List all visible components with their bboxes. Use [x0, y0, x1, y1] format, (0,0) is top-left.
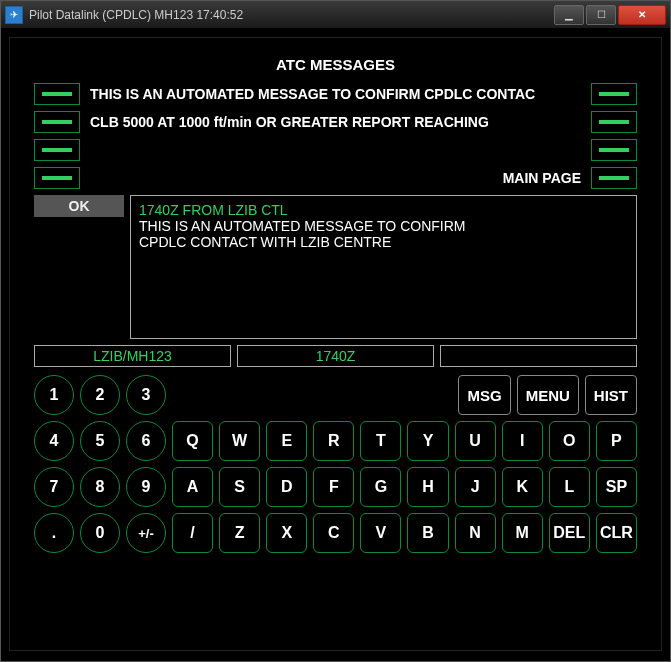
key-5[interactable]: 5 [80, 421, 120, 461]
key-s[interactable]: S [219, 467, 260, 507]
key-p[interactable]: P [596, 421, 637, 461]
minimize-button[interactable]: ▁ [554, 5, 584, 25]
titlebar: ✈ Pilot Datalink (CPDLC) MH123 17:40:52 … [1, 1, 670, 29]
key-sp[interactable]: SP [596, 467, 637, 507]
key-plusminus[interactable]: +/- [126, 513, 166, 553]
lsk-row-1: THIS IS AN AUTOMATED MESSAGE TO CONFIRM … [34, 83, 637, 105]
key-w[interactable]: W [219, 421, 260, 461]
lsk-l1[interactable] [34, 83, 80, 105]
ok-button[interactable]: OK [34, 195, 124, 217]
keyboard-top-row: 1 2 3 MSG MENU HIST [34, 375, 637, 415]
menu-button[interactable]: MENU [517, 375, 579, 415]
key-e[interactable]: E [266, 421, 307, 461]
key-3[interactable]: 3 [126, 375, 166, 415]
message-body: 1740Z FROM LZIB CTL THIS IS AN AUTOMATED… [130, 195, 637, 339]
key-m[interactable]: M [502, 513, 543, 553]
message-detail-row: OK 1740Z FROM LZIB CTL THIS IS AN AUTOMA… [34, 195, 637, 339]
message-header: 1740Z FROM LZIB CTL [139, 202, 628, 218]
main-panel: ATC MESSAGES THIS IS AN AUTOMATED MESSAG… [9, 37, 662, 651]
key-g[interactable]: G [360, 467, 401, 507]
lsk-l3[interactable] [34, 139, 80, 161]
key-4[interactable]: 4 [34, 421, 74, 461]
key-r[interactable]: R [313, 421, 354, 461]
key-t[interactable]: T [360, 421, 401, 461]
key-d[interactable]: D [266, 467, 307, 507]
lsk-l2[interactable] [34, 111, 80, 133]
lsk-row-4: MAIN PAGE [34, 167, 637, 189]
keyboard-row-3: 7 8 9 A S D F G H J K L SP [34, 467, 637, 507]
lsk-row-2: CLB 5000 AT 1000 ft/min OR GREATER REPOR… [34, 111, 637, 133]
lsk-r3[interactable] [591, 139, 637, 161]
key-6[interactable]: 6 [126, 421, 166, 461]
page-title: ATC MESSAGES [34, 56, 637, 73]
key-dot[interactable]: . [34, 513, 74, 553]
key-o[interactable]: O [549, 421, 590, 461]
app-icon: ✈ [5, 6, 23, 24]
key-y[interactable]: Y [407, 421, 448, 461]
key-b[interactable]: B [407, 513, 448, 553]
key-a[interactable]: A [172, 467, 213, 507]
status-row: LZIB/MH123 1740Z [34, 345, 637, 367]
lsk-r2[interactable] [591, 111, 637, 133]
message-line-1: THIS IS AN AUTOMATED MESSAGE TO CONFIRM [139, 218, 628, 234]
hist-button[interactable]: HIST [585, 375, 637, 415]
key-l[interactable]: L [549, 467, 590, 507]
lsk-row-3 [34, 139, 637, 161]
key-x[interactable]: X [266, 513, 307, 553]
key-v[interactable]: V [360, 513, 401, 553]
msg-button[interactable]: MSG [458, 375, 510, 415]
main-page-label: MAIN PAGE [86, 170, 585, 186]
key-2[interactable]: 2 [80, 375, 120, 415]
key-del[interactable]: DEL [549, 513, 590, 553]
lsk-r4-main-page[interactable] [591, 167, 637, 189]
app-window: ✈ Pilot Datalink (CPDLC) MH123 17:40:52 … [0, 0, 671, 662]
key-8[interactable]: 8 [80, 467, 120, 507]
key-1[interactable]: 1 [34, 375, 74, 415]
msg-line-2: CLB 5000 AT 1000 ft/min OR GREATER REPOR… [86, 114, 585, 130]
status-time: 1740Z [237, 345, 434, 367]
keyboard-row-2: 4 5 6 Q W E R T Y U I O P [34, 421, 637, 461]
key-0[interactable]: 0 [80, 513, 120, 553]
lsk-l4[interactable] [34, 167, 80, 189]
status-station: LZIB/MH123 [34, 345, 231, 367]
lsk-r1[interactable] [591, 83, 637, 105]
key-clr[interactable]: CLR [596, 513, 637, 553]
msg-line-1: THIS IS AN AUTOMATED MESSAGE TO CONFIRM … [86, 86, 585, 102]
key-i[interactable]: I [502, 421, 543, 461]
window-title: Pilot Datalink (CPDLC) MH123 17:40:52 [29, 8, 554, 22]
message-line-2: CPDLC CONTACT WITH LZIB CENTRE [139, 234, 628, 250]
key-q[interactable]: Q [172, 421, 213, 461]
key-k[interactable]: K [502, 467, 543, 507]
key-slash[interactable]: / [172, 513, 213, 553]
maximize-button[interactable]: ☐ [586, 5, 616, 25]
window-controls: ▁ ☐ ✕ [554, 5, 666, 25]
close-button[interactable]: ✕ [618, 5, 666, 25]
key-f[interactable]: F [313, 467, 354, 507]
key-9[interactable]: 9 [126, 467, 166, 507]
key-7[interactable]: 7 [34, 467, 74, 507]
keyboard-row-4: . 0 +/- / Z X C V B N M DEL CLR [34, 513, 637, 553]
key-c[interactable]: C [313, 513, 354, 553]
key-z[interactable]: Z [219, 513, 260, 553]
key-j[interactable]: J [455, 467, 496, 507]
key-u[interactable]: U [455, 421, 496, 461]
status-scratchpad [440, 345, 637, 367]
key-h[interactable]: H [407, 467, 448, 507]
key-n[interactable]: N [455, 513, 496, 553]
